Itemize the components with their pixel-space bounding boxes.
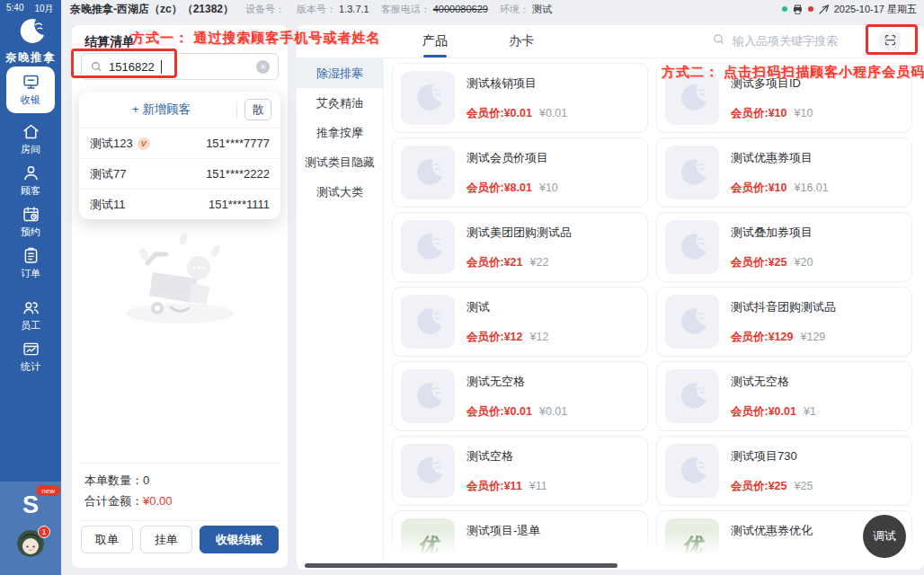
add-customer-button[interactable]: + 新增顾客: [88, 102, 235, 118]
product-image-moon-icon: [401, 295, 455, 349]
divider: [81, 463, 279, 464]
divider: [81, 520, 279, 521]
product-card[interactable]: 测试会员价:¥12¥12: [392, 287, 648, 357]
settlement-title: 结算清单: [84, 34, 135, 50]
network-status-dot: [808, 6, 813, 12]
category-list: 除湿排寒艾灸精油推拿按摩测试类目隐藏测试大类: [297, 58, 384, 570]
sidebar-item-booking[interactable]: 预约: [6, 201, 55, 243]
product-image-moon-icon: [401, 71, 455, 125]
product-card[interactable]: 测试叠加券项目会员价:¥25¥20: [656, 212, 912, 282]
sidebar-item-customer[interactable]: 顾客: [6, 160, 55, 201]
notification-badge: 1: [38, 526, 50, 538]
status-month: 10月: [34, 3, 53, 15]
product-image-moon-icon: [665, 146, 719, 199]
sidebar-item-label: 统计: [21, 360, 40, 374]
environment: 环境：测试: [500, 3, 552, 16]
network-off-icon: [818, 4, 830, 15]
product-card[interactable]: 测试美团团购测试品会员价:¥21¥22: [392, 212, 648, 282]
annotation-method2: 方式二： 点击扫码扫描顾客小程序会员码: [662, 64, 924, 81]
order-quantity-label: 本单数量：: [84, 473, 143, 487]
customer-row[interactable]: 测试11151****1111: [79, 189, 280, 219]
product-card[interactable]: 测试项目730会员价:¥25¥25: [656, 436, 912, 506]
customer-row[interactable]: 测试77151****2222: [79, 158, 280, 189]
sidebar-item-staff[interactable]: 员工: [6, 295, 55, 336]
category-item[interactable]: 除湿排寒: [297, 58, 383, 88]
product-card[interactable]: 测试会员价项目会员价:¥8.01¥10: [392, 137, 648, 208]
member-price: 会员价:¥11: [466, 480, 522, 492]
hold-order-button[interactable]: 挂单: [140, 526, 192, 553]
member-price: 会员价:¥8.01: [466, 181, 532, 194]
sidebar-item-label: 房间: [21, 143, 40, 156]
original-price: ¥129: [800, 331, 825, 343]
sidebar-nav: 收银房间顾客预约订单员工统计: [0, 66, 61, 377]
checkout-button[interactable]: 收银结账: [200, 526, 279, 553]
customer-search-input[interactable]: 1516822 ×: [81, 53, 279, 80]
customer-name: 测试123: [90, 136, 133, 152]
product-card[interactable]: 测试无空格会员价:¥0.01¥1: [656, 361, 912, 431]
sidebar-item-stats[interactable]: 统计: [6, 336, 55, 377]
brand-name: 奈晚推拿: [0, 50, 61, 66]
scan-code-button[interactable]: [879, 31, 901, 51]
product-price: 会员价:¥12¥12: [466, 330, 548, 345]
customer-row[interactable]: 测试123V151****7777: [79, 128, 280, 158]
s-logo[interactable]: S new: [15, 491, 46, 519]
sidebar-item-order[interactable]: 订单: [6, 243, 55, 284]
status-time: 5:40: [6, 3, 23, 15]
new-badge: new: [36, 485, 60, 496]
home-indicator[interactable]: [305, 563, 617, 568]
debug-button[interactable]: 调试: [863, 515, 906, 558]
product-card[interactable]: 测试抖音团购测试品会员价:¥129¥129: [656, 287, 912, 357]
stats-icon: [22, 340, 40, 358]
original-price: ¥11: [529, 480, 547, 492]
product-price: 会员价:¥8.01¥10: [466, 181, 558, 196]
divider: [236, 102, 237, 118]
category-item[interactable]: 测试大类: [297, 177, 383, 207]
item-search-input[interactable]: [733, 34, 854, 48]
original-price: ¥10: [795, 107, 813, 119]
sidebar-item-label: 员工: [21, 319, 40, 332]
original-price: ¥22: [530, 256, 549, 269]
sidebar-item-cashier[interactable]: 收银: [6, 66, 55, 113]
product-price: 会员价:¥25¥25: [731, 479, 813, 494]
current-date: 2025-10-17 星期五: [834, 3, 917, 16]
order-icon: [22, 246, 40, 265]
service-phone: 客服电话：4000080629: [381, 3, 488, 16]
sidebar-item-label: 收银: [21, 93, 40, 107]
product-card[interactable]: 测试核销项目会员价:¥0.01¥0.01: [392, 63, 648, 133]
sidebar-item-room[interactable]: 房间: [6, 119, 55, 160]
product-image: 优: [401, 518, 455, 570]
settlement-panel: 结算清单 1516822 × + 新增顾客 散 测试123V151****777…: [72, 25, 288, 568]
walkin-customer-button[interactable]: 散: [244, 99, 271, 120]
customer-icon: [22, 164, 40, 182]
empty-cart-illustration: [108, 227, 252, 335]
product-name: 测试美团团购测试品: [466, 225, 640, 241]
product-card[interactable]: 优测试项目-退单: [392, 510, 648, 570]
product-card[interactable]: 测试空格会员价:¥11¥11: [392, 436, 648, 506]
top-bar: 奈晚推拿-西湖店（zc）（21382） 设备号： 版本号：1.3.7.1 客服电…: [61, 0, 924, 18]
category-item[interactable]: 测试类目隐藏: [297, 147, 383, 177]
product-name: 测试无空格: [731, 374, 904, 390]
search-icon: [712, 32, 725, 49]
product-price: 会员价:¥21¥22: [466, 255, 548, 270]
tab-cards[interactable]: 办卡: [509, 25, 534, 58]
member-price: 会员价:¥21: [466, 256, 523, 269]
product-card[interactable]: 测试无空格会员价:¥0.01¥0.01: [392, 361, 648, 431]
product-image-moon-icon: [665, 444, 719, 498]
product-name: 测试叠加券项目: [731, 225, 904, 241]
product-grid: 测试核销项目会员价:¥0.01¥0.01测试多项目ID会员价:¥10¥10测试会…: [392, 63, 912, 570]
tab-products[interactable]: 产品: [422, 25, 448, 58]
retrieve-order-button[interactable]: 取单: [81, 526, 133, 553]
item-search[interactable]: [712, 32, 854, 49]
product-image-moon-icon: [665, 220, 719, 274]
product-image-moon-icon: [665, 295, 719, 349]
catalog-tabs: 产品办卡: [422, 25, 534, 58]
category-item[interactable]: 艾灸精油: [297, 88, 383, 118]
user-avatar[interactable]: 1: [17, 530, 44, 557]
product-image-text: 优: [682, 532, 702, 559]
category-item[interactable]: 推拿按摩: [297, 118, 383, 147]
clear-search-icon[interactable]: ×: [256, 60, 270, 74]
catalog-panel: 产品办卡 除湿排寒艾灸精油推拿按摩测试类目隐藏测试大类 测试核销项目会员价:¥0…: [297, 25, 924, 570]
member-price: 会员价:¥129: [731, 331, 793, 343]
product-card[interactable]: 测试优惠券项目会员价:¥10¥16.01: [656, 137, 912, 208]
product-price: 会员价:¥11¥11: [466, 479, 547, 494]
